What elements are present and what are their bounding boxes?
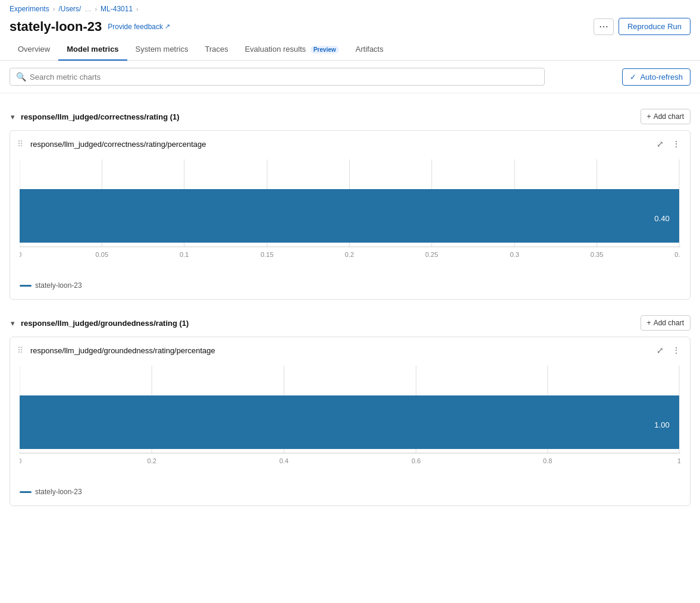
chart-card-groundedness-actions: ⤢ ⋮ — [654, 344, 683, 356]
section-correctness-title: response/llm_judged/correctness/rating (… — [21, 112, 180, 121]
svg-text:0.35: 0.35 — [591, 251, 604, 258]
svg-text:0.05: 0.05 — [96, 251, 109, 258]
tab-traces[interactable]: Traces — [196, 40, 236, 61]
add-chart-groundedness-button[interactable]: + Add chart — [641, 315, 690, 331]
svg-text:0.3: 0.3 — [510, 251, 519, 258]
tab-evaluation-results[interactable]: Evaluation results Preview — [237, 40, 347, 61]
breadcrumb-sep-2: › — [95, 5, 97, 12]
section-groundedness-title-group: ▾ response/llm_judged/groundedness/ratin… — [10, 318, 189, 329]
svg-text:0.15: 0.15 — [260, 251, 274, 258]
svg-text:0.6: 0.6 — [412, 457, 420, 464]
drag-handle-icon[interactable]: ⠿ — [17, 139, 23, 149]
more-options-button[interactable]: ⋯ — [594, 18, 614, 35]
legend-line-groundedness — [20, 491, 32, 493]
external-link-icon: ↗ — [165, 23, 170, 30]
add-icon: + — [647, 112, 651, 121]
check-icon: ✓ — [630, 73, 636, 81]
section-groundedness: ▾ response/llm_judged/groundedness/ratin… — [10, 309, 690, 506]
chart-groundedness-wrap: 1.00 0 0.2 0.4 0.6 0.8 1 — [10, 361, 690, 482]
chart-card-groundedness-header: ⠿ response/llm_judged/groundedness/ratin… — [10, 337, 690, 361]
section-title-group: ▾ response/llm_judged/correctness/rating… — [10, 111, 180, 123]
reproduce-run-button[interactable]: Reproduce Run — [619, 18, 690, 35]
svg-text:0.8: 0.8 — [543, 457, 552, 464]
chart-correctness-svg: 0.40 0 0.05 0.1 0.15 0.2 0.25 0.3 0.35 0… — [20, 155, 680, 274]
breadcrumb-sep-1: › — [53, 5, 55, 12]
section-groundedness-title: response/llm_judged/groundedness/rating … — [21, 319, 189, 328]
feedback-label: Provide feedback — [108, 23, 163, 31]
breadcrumb-ellipsis: … — [84, 5, 91, 12]
chart-title-correctness: response/llm_judged/correctness/rating/p… — [30, 140, 206, 149]
chart-groundedness-legend: stately-loon-23 — [10, 482, 690, 496]
chart-more-groundedness-button[interactable]: ⋮ — [670, 344, 683, 356]
collapse-groundedness-button[interactable]: ▾ — [10, 318, 16, 329]
auto-refresh-label: Auto-refresh — [640, 73, 683, 81]
svg-rect-27 — [20, 395, 679, 449]
tab-system-metrics[interactable]: System metrics — [127, 40, 197, 61]
legend-label-correctness: stately-loon-23 — [35, 281, 82, 290]
tab-artifacts[interactable]: Artifacts — [347, 40, 392, 61]
auto-refresh-button[interactable]: ✓ Auto-refresh — [622, 68, 690, 86]
chart-card-correctness-actions: ⤢ ⋮ — [654, 138, 683, 150]
svg-text:0.2: 0.2 — [345, 251, 354, 258]
drag-handle-2-icon[interactable]: ⠿ — [17, 346, 23, 355]
svg-text:0.4: 0.4 — [280, 457, 288, 464]
chart-correctness-legend: stately-loon-23 — [10, 275, 690, 290]
collapse-correctness-button[interactable]: ▾ — [10, 111, 16, 123]
evaluation-results-badge: Preview — [310, 46, 339, 54]
evaluation-results-label: Evaluation results — [245, 45, 306, 54]
svg-text:0.2: 0.2 — [147, 457, 156, 464]
svg-text:0.4: 0.4 — [674, 251, 680, 258]
breadcrumb-experiments[interactable]: Experiments — [10, 5, 49, 13]
tab-overview[interactable]: Overview — [10, 40, 58, 61]
chart-groundedness-svg: 1.00 0 0.2 0.4 0.6 0.8 1 — [20, 361, 680, 480]
add-icon-2: + — [647, 319, 651, 327]
svg-text:1: 1 — [677, 457, 680, 464]
section-groundedness-header: ▾ response/llm_judged/groundedness/ratin… — [10, 309, 690, 337]
page-title: stately-loon-23 — [10, 19, 102, 34]
svg-rect-9 — [20, 189, 679, 243]
chart-correctness-wrap: 0.40 0 0.05 0.1 0.15 0.2 0.25 0.3 0.35 0… — [10, 155, 690, 275]
chart-more-correctness-button[interactable]: ⋮ — [670, 138, 683, 150]
tab-model-metrics[interactable]: Model metrics — [58, 40, 127, 61]
svg-text:0.1: 0.1 — [180, 251, 189, 258]
page-header-left: stately-loon-23 Provide feedback ↗ — [10, 19, 170, 34]
tabs-bar: Overview Model metrics System metrics Tr… — [0, 40, 700, 61]
svg-text:0.40: 0.40 — [654, 214, 670, 223]
search-input[interactable] — [30, 73, 538, 81]
svg-text:1.00: 1.00 — [654, 420, 670, 429]
chart-title-groundedness: response/llm_judged/groundedness/rating/… — [30, 346, 215, 355]
content: ▾ response/llm_judged/correctness/rating… — [0, 103, 700, 506]
expand-correctness-button[interactable]: ⤢ — [654, 138, 666, 150]
toolbar: 🔍 ✓ Auto-refresh — [0, 61, 700, 93]
svg-text:0: 0 — [20, 251, 21, 258]
breadcrumb-run[interactable]: ML-43011 — [101, 5, 133, 13]
search-icon: 🔍 — [16, 72, 26, 81]
add-chart-label: Add chart — [654, 112, 684, 121]
page-header: stately-loon-23 Provide feedback ↗ ⋯ Rep… — [0, 15, 700, 40]
add-chart-groundedness-label: Add chart — [654, 319, 684, 327]
feedback-link[interactable]: Provide feedback ↗ — [108, 23, 170, 31]
add-chart-correctness-button[interactable]: + Add chart — [641, 109, 690, 124]
chart-card-correctness-pct: ⠿ response/llm_judged/correctness/rating… — [10, 130, 690, 300]
chart-card-groundedness-pct: ⠿ response/llm_judged/groundedness/ratin… — [10, 337, 690, 506]
breadcrumb: Experiments › /Users/ … › ML-43011 › — [0, 0, 700, 15]
section-correctness-header: ▾ response/llm_judged/correctness/rating… — [10, 103, 690, 130]
breadcrumb-sep-3: › — [136, 5, 139, 12]
breadcrumb-users[interactable]: /Users/ — [58, 5, 81, 13]
section-correctness: ▾ response/llm_judged/correctness/rating… — [10, 103, 690, 300]
legend-line-correctness — [20, 285, 32, 287]
svg-text:0.25: 0.25 — [425, 251, 438, 258]
chart-card-correctness-header: ⠿ response/llm_judged/correctness/rating… — [10, 131, 690, 155]
header-actions: ⋯ Reproduce Run — [594, 18, 690, 35]
search-box[interactable]: 🔍 — [10, 68, 545, 86]
svg-text:0: 0 — [20, 457, 21, 464]
expand-groundedness-button[interactable]: ⤢ — [654, 344, 666, 356]
legend-label-groundedness: stately-loon-23 — [35, 488, 82, 496]
